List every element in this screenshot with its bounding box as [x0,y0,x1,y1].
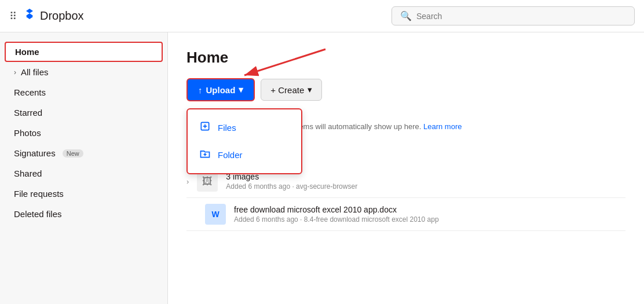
sidebar-item-starred[interactable]: Starred [0,102,167,123]
sidebar: Home › All files Recents Starred Photos … [0,32,168,304]
folder-upload-icon [199,148,211,162]
toolbar: ↑ Upload ▾ [186,78,322,101]
recent-item-1-thumb: W [205,204,226,225]
main-layout: Home › All files Recents Starred Photos … [0,32,644,304]
sidebar-item-deleted-files-label: Deleted files [14,209,62,219]
topbar: ⠿ Dropbox 🔍 [0,0,644,32]
recent-item-1-info: free download microsoft excel 2010 app.d… [234,205,439,224]
search-bar[interactable]: 🔍 [391,6,635,25]
content-area: Home ↑ Upload ▾ [168,32,644,304]
search-input[interactable] [416,12,626,21]
upload-dropdown: Files Folder [186,108,302,174]
page-title: Home [186,49,625,67]
upload-folder-label: Folder [218,150,243,160]
upload-button[interactable]: ↑ Upload ▾ [186,78,255,101]
upload-folder-option[interactable]: Folder [188,141,301,169]
create-dropdown-caret: ▾ [308,85,312,95]
sidebar-item-home-label: Home [15,47,39,57]
sidebar-item-shared-label: Shared [14,169,42,178]
logo-area: Dropbox [23,8,84,25]
create-label: + Create [270,85,304,95]
recent-item-0-info: 3 images Added 6 months ago · avg-secure… [226,172,357,191]
signatures-new-badge: New [63,149,83,158]
recent-item-0-meta: Added 6 months ago · avg-secure-browser [226,182,357,191]
upload-arrow-icon: ↑ [198,85,203,95]
upload-button-container: ↑ Upload ▾ [186,78,255,101]
sidebar-item-deleted-files[interactable]: Deleted files [0,204,167,224]
upload-files-option[interactable]: Files [188,114,301,141]
sidebar-item-all-files[interactable]: › All files [0,62,167,82]
file-upload-icon [199,120,211,135]
sidebar-item-shared[interactable]: Shared [0,163,167,184]
sidebar-item-recents-label: Recents [14,87,46,97]
recent-item-1-meta: Added 6 months ago · 8.4-free download m… [234,215,439,224]
sidebar-item-file-requests-label: File requests [14,189,64,199]
recent-item-1: W free download microsoft excel 2010 app… [186,198,625,231]
upload-label: Upload [206,85,236,95]
sidebar-item-home[interactable]: Home [5,42,163,62]
search-icon: 🔍 [400,10,412,21]
sidebar-item-starred-label: Starred [14,108,42,118]
sidebar-item-photos[interactable]: Photos [0,123,167,143]
sidebar-item-recents[interactable]: Recents [0,82,167,102]
chevron-icon: › [14,68,16,76]
create-button[interactable]: + Create ▾ [261,79,322,101]
sidebar-item-file-requests[interactable]: File requests [0,184,167,204]
grid-icon[interactable]: ⠿ [9,10,17,23]
sidebar-item-signatures[interactable]: Signatures New [0,143,167,163]
sidebar-item-photos-label: Photos [14,128,41,138]
sidebar-item-signatures-label: Signatures [14,148,56,158]
learn-more-link[interactable]: Learn more [423,122,462,131]
upload-files-label: Files [218,123,236,133]
sidebar-item-all-files-label: All files [21,67,49,77]
upload-dropdown-caret: ▾ [239,85,243,95]
dropbox-logo-icon [23,8,36,25]
recent-item-1-name: free download microsoft excel 2010 app.d… [234,205,439,214]
logo-text: Dropbox [40,9,84,23]
recent-item-0-chevron[interactable]: › [186,177,189,186]
